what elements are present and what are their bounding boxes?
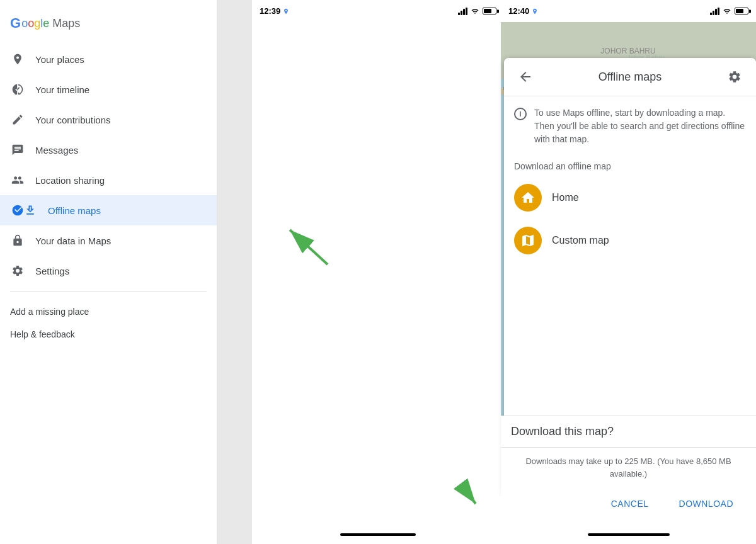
settings-button[interactable]: [723, 65, 746, 88]
sidebar-item-label: Your places: [35, 54, 84, 65]
status-time-left: 12:39: [260, 6, 280, 16]
sidebar-item-messages[interactable]: Messages: [0, 135, 217, 165]
sidebar-item-label: Your timeline: [35, 84, 89, 95]
battery-icon-right: [735, 8, 748, 14]
map-item-custom[interactable]: Custom map: [504, 219, 756, 262]
download-dialog-buttons: CANCEL DOWNLOAD: [501, 487, 756, 525]
sidebar-item-location-sharing[interactable]: Location sharing: [0, 165, 217, 195]
time-right: 12:40: [508, 6, 538, 16]
messages-icon: [10, 142, 25, 157]
offline-info-text: To use Maps offline, start by downloadin…: [534, 106, 746, 146]
add-missing-place-link[interactable]: Add a missing place: [10, 302, 207, 322]
help-feedback-link[interactable]: Help & feedback: [10, 324, 207, 344]
middle-strip: [217, 0, 252, 544]
signal-icon: [458, 8, 467, 15]
settings-icon: [10, 263, 25, 278]
back-button[interactable]: [514, 65, 537, 88]
offline-info-box: i To use Maps offline, start by download…: [504, 96, 756, 156]
svg-text:JOHOR BAHRU: JOHOR BAHRU: [600, 47, 655, 55]
status-bar-left: 12:39: [252, 0, 504, 22]
sidebar-item-your-data[interactable]: Your data in Maps: [0, 225, 217, 256]
sidebar-item-offline-maps[interactable]: Offline maps: [0, 195, 217, 225]
home-map-icon: [514, 184, 542, 212]
sidebar-item-label: Your data in Maps: [35, 235, 111, 246]
contributions-icon: [10, 112, 25, 127]
map-item-home[interactable]: Home: [504, 176, 756, 219]
google-g-logo: G: [10, 15, 20, 31]
sidebar: G oogle Maps Your places Your timeline Y…: [0, 0, 217, 544]
bottom-bar-right: [501, 525, 756, 544]
status-icons-right: [710, 8, 748, 15]
nav-indicator-left: [340, 533, 416, 536]
app-logo: G oogle Maps: [0, 10, 217, 44]
sidebar-item-label: Offline maps: [48, 205, 101, 216]
sidebar-divider: [10, 291, 207, 292]
data-icon: [10, 233, 25, 248]
offline-panel-title: Offline maps: [537, 71, 723, 84]
sidebar-item-label: Settings: [35, 266, 69, 276]
sidebar-item-label: Location sharing: [35, 175, 105, 186]
time-left: 12:39: [260, 6, 289, 16]
status-time-right: 12:40: [508, 6, 529, 16]
download-dialog-info: Downloads may take up to 225 MB. (You ha…: [501, 448, 756, 487]
nav-indicator-right: [588, 533, 670, 536]
download-dialog-header: Download this map?: [501, 416, 756, 448]
signal-icon-right: [710, 8, 719, 15]
sidebar-item-your-places[interactable]: Your places: [0, 44, 217, 74]
status-icons-left: [458, 8, 496, 15]
place-icon: [10, 52, 25, 67]
info-icon: i: [514, 108, 527, 120]
sidebar-item-your-contributions[interactable]: Your contributions: [0, 105, 217, 135]
sidebar-item-settings[interactable]: Settings: [0, 256, 217, 286]
download-dialog-title: Download this map?: [511, 425, 614, 438]
sidebar-item-your-timeline[interactable]: Your timeline: [0, 74, 217, 105]
wifi-icon: [470, 8, 480, 15]
right-section: 12:39 12:40: [252, 0, 756, 544]
offline-maps-icon2: [23, 203, 38, 218]
map-item-custom-label: Custom map: [552, 235, 609, 246]
map-item-home-label: Home: [552, 192, 579, 203]
download-section-label: Download an offline map: [504, 156, 756, 176]
offline-header: Offline maps: [504, 58, 756, 96]
google-maps-label: oogle Maps: [21, 17, 80, 30]
battery-icon: [483, 8, 496, 14]
sidebar-footer: Add a missing place Help & feedback: [0, 297, 217, 349]
status-bar-right: 12:40: [501, 0, 756, 22]
timeline-icon: [10, 82, 25, 97]
location-sharing-icon: [10, 173, 25, 188]
sidebar-item-label: Messages: [35, 145, 78, 156]
custom-map-icon: [514, 227, 542, 254]
cancel-button[interactable]: CANCEL: [598, 492, 662, 515]
download-button[interactable]: DOWNLOAD: [667, 492, 746, 515]
sidebar-item-label: Your contributions: [35, 115, 111, 125]
wifi-icon-right: [722, 8, 732, 15]
download-dialog: Download this map? Downloads may take up…: [501, 416, 756, 525]
bottom-bar-left: [252, 525, 504, 544]
